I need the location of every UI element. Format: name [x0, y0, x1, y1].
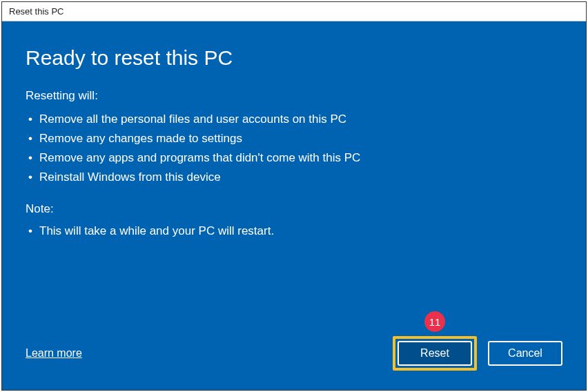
note-label: Note: [26, 202, 562, 216]
titlebar: Reset this PC [2, 2, 586, 21]
learn-more-link[interactable]: Learn more [26, 347, 82, 360]
cancel-button[interactable]: Cancel [488, 341, 562, 366]
dialog-content: Ready to reset this PC Resetting will: R… [2, 21, 586, 390]
annotation-badge: 11 [424, 311, 445, 332]
list-item: Reinstall Windows from this device [26, 168, 562, 187]
list-item: Remove all the personal files and user a… [26, 110, 562, 129]
list-item: Remove any changes made to settings [26, 129, 562, 148]
list-item: This will take a while and your PC will … [26, 222, 562, 241]
reset-button-wrapper: 11 Reset [393, 336, 477, 371]
resetting-will-list: Remove all the personal files and user a… [26, 110, 562, 187]
page-title: Ready to reset this PC [26, 46, 562, 70]
dialog-footer: Learn more 11 Reset Cancel [26, 336, 562, 371]
list-item: Remove any apps and programs that didn't… [26, 148, 562, 168]
window-title: Reset this PC [9, 6, 63, 17]
highlight-box: Reset [393, 336, 477, 371]
note-list: This will take a while and your PC will … [26, 222, 562, 241]
button-group: 11 Reset Cancel [393, 336, 562, 371]
resetting-will-label: Resetting will: [26, 89, 562, 103]
reset-pc-dialog: Reset this PC Ready to reset this PC Res… [1, 1, 587, 391]
reset-button[interactable]: Reset [398, 341, 472, 366]
